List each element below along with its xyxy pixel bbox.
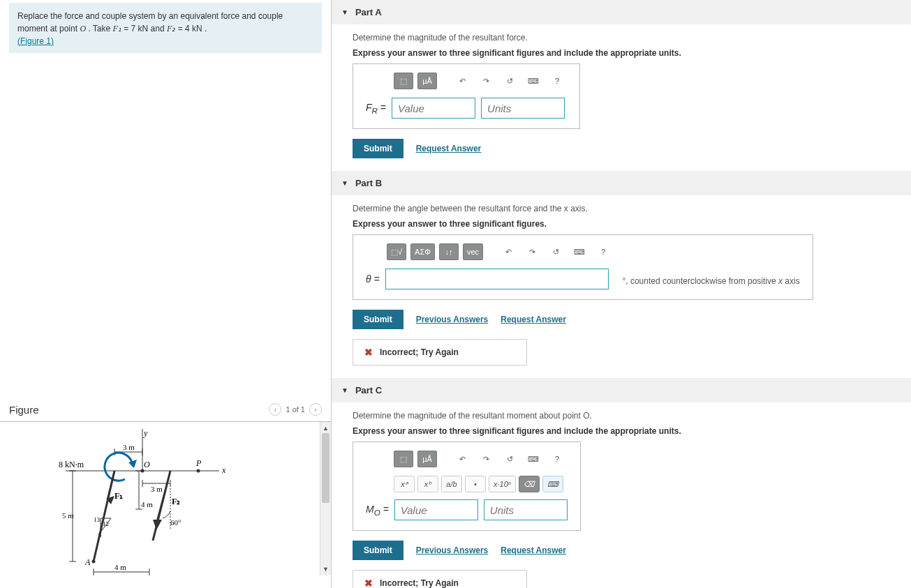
part-a-answer-box: ⬚ µÅ ↶ ↷ ↺ ⌨ ? FR = (353, 63, 580, 129)
part-b-submit-button[interactable]: Submit (353, 310, 403, 329)
undo-button[interactable]: ↶ (452, 73, 472, 89)
theta-input[interactable] (385, 269, 609, 289)
template-button[interactable]: ⬚ (394, 73, 413, 89)
part-c-answer-box: ⬚ µÅ ↶ ↷ ↺ ⌨ ? xᵃ xᵇ a/b • x·10ⁿ ⌫ ⌨ (353, 442, 581, 531)
svg-line-29 (156, 471, 170, 523)
svg-text:8 kN·m: 8 kN·m (59, 460, 84, 469)
theta-label: θ = (366, 273, 380, 285)
svg-marker-30 (153, 520, 162, 530)
fraction-button[interactable]: a/b (441, 476, 462, 492)
caret-down-icon: ▼ (341, 8, 348, 16)
problem-statement: Replace the force and couple system by a… (9, 3, 322, 53)
svg-text:4 m: 4 m (114, 563, 126, 571)
part-a-instruction: Express your answer to three significant… (353, 48, 890, 58)
scroll-up-icon[interactable]: ▲ (320, 423, 331, 433)
part-c-prompt: Determine the magnitude of the resultant… (353, 411, 890, 421)
reset-button[interactable]: ↺ (546, 243, 565, 260)
mu-a-button[interactable]: µÅ (417, 73, 437, 89)
mu-a-button[interactable]: µÅ (417, 451, 437, 467)
x-sub-button[interactable]: xᵇ (417, 476, 438, 492)
redo-button[interactable]: ↷ (476, 451, 496, 467)
next-figure-button[interactable]: › (309, 403, 322, 416)
svg-text:5: 5 (98, 532, 102, 538)
svg-text:13: 13 (94, 516, 101, 523)
prev-figure-button[interactable]: ‹ (269, 403, 281, 416)
part-b-request-answer-link[interactable]: Request Answer (501, 315, 566, 324)
keyboard-button[interactable]: ⌨ (524, 451, 543, 467)
svg-text:3 m: 3 m (123, 443, 135, 451)
part-b-answer-box: ⬚√ ΑΣΦ ↓↑ vec ↶ ↷ ↺ ⌨ ? θ = (353, 234, 813, 300)
svg-text:y: y (143, 429, 148, 438)
part-a-submit-button[interactable]: Submit (353, 139, 403, 158)
svg-text:5 m: 5 m (62, 511, 74, 520)
fr-value-input[interactable] (392, 98, 475, 119)
part-c-feedback: ✖ Incorrect; Try Again (353, 570, 527, 588)
pager-text: 1 of 1 (286, 405, 305, 414)
incorrect-icon: ✖ (364, 578, 373, 588)
part-b-feedback: ✖ Incorrect; Try Again (353, 339, 527, 365)
help-button[interactable]: ? (547, 73, 567, 89)
fr-label: FR = (366, 102, 386, 115)
template-button[interactable]: ⬚ (394, 451, 413, 467)
mo-value-input[interactable] (394, 499, 478, 520)
keyboard2-button[interactable]: ⌨ (542, 476, 563, 492)
scroll-thumb[interactable] (322, 433, 329, 503)
svg-point-19 (92, 560, 96, 564)
part-c-previous-answers-link[interactable]: Previous Answers (416, 545, 489, 555)
figure-scrollbar[interactable]: ▲ ▼ (320, 422, 331, 575)
part-c-header[interactable]: ▼ Part C (332, 378, 911, 402)
backspace-button[interactable]: ⌫ (519, 476, 540, 492)
sci-notation-button[interactable]: x·10ⁿ (489, 476, 516, 492)
svg-text:O: O (144, 460, 150, 469)
part-b-header[interactable]: ▼ Part B (332, 171, 911, 195)
part-b-prompt: Determine the angle between the resultan… (353, 204, 890, 213)
part-a-prompt: Determine the magnitude of the resultant… (353, 33, 890, 43)
keyboard-button[interactable]: ⌨ (524, 73, 543, 89)
redo-button[interactable]: ↷ (476, 73, 496, 89)
svg-text:12: 12 (103, 520, 109, 527)
svg-text:x: x (221, 465, 226, 475)
theta-suffix: °, counted counterclockwise from positiv… (620, 276, 800, 286)
template-button[interactable]: ⬚√ (387, 243, 406, 260)
reset-button[interactable]: ↺ (500, 451, 519, 467)
part-c-instruction: Express your answer to three significant… (353, 426, 890, 436)
figure-canvas: y x O P 3 m 3 m 8 kN·m (0, 422, 320, 575)
vec-button[interactable]: vec (463, 243, 483, 260)
mo-units-input[interactable] (484, 499, 568, 520)
undo-button[interactable]: ↶ (498, 243, 518, 260)
svg-text:F₁: F₁ (114, 491, 123, 501)
caret-down-icon: ▼ (341, 179, 348, 187)
point-O: O (80, 24, 86, 33)
help-button[interactable]: ? (547, 451, 567, 467)
svg-text:F₂: F₂ (172, 497, 180, 506)
figure-pager: ‹ 1 of 1 › (269, 403, 322, 416)
x-sup-button[interactable]: xᵃ (394, 476, 415, 492)
undo-button[interactable]: ↶ (452, 451, 472, 467)
scroll-down-icon[interactable]: ▼ (320, 564, 331, 574)
part-a-request-answer-link[interactable]: Request Answer (416, 144, 482, 153)
dot-button[interactable]: • (465, 476, 486, 492)
figure-link[interactable]: (Figure 1) (17, 36, 54, 46)
part-b-instruction: Express your answer to three significant… (353, 219, 890, 229)
svg-text:60°: 60° (170, 518, 181, 527)
caret-down-icon: ▼ (341, 386, 348, 394)
greek-button[interactable]: ΑΣΦ (410, 243, 435, 260)
svg-text:3 m: 3 m (151, 485, 163, 493)
svg-text:4 m: 4 m (141, 500, 153, 508)
help-button[interactable]: ? (593, 243, 613, 260)
fr-units-input[interactable] (481, 98, 565, 119)
figure-title: Figure (9, 404, 39, 416)
svg-marker-16 (128, 460, 137, 468)
mo-label: MO = (366, 504, 389, 517)
redo-button[interactable]: ↷ (522, 243, 542, 260)
keyboard-button[interactable]: ⌨ (570, 243, 589, 260)
part-b-previous-answers-link[interactable]: Previous Answers (416, 315, 489, 324)
part-c-submit-button[interactable]: Submit (353, 541, 403, 560)
part-a-header[interactable]: ▼ Part A (332, 0, 911, 24)
incorrect-icon: ✖ (364, 347, 373, 358)
svg-text:A: A (84, 557, 91, 567)
reset-button[interactable]: ↺ (500, 73, 519, 89)
svg-text:P: P (195, 458, 202, 468)
part-c-request-answer-link[interactable]: Request Answer (501, 545, 566, 555)
updown-button[interactable]: ↓↑ (439, 243, 459, 260)
